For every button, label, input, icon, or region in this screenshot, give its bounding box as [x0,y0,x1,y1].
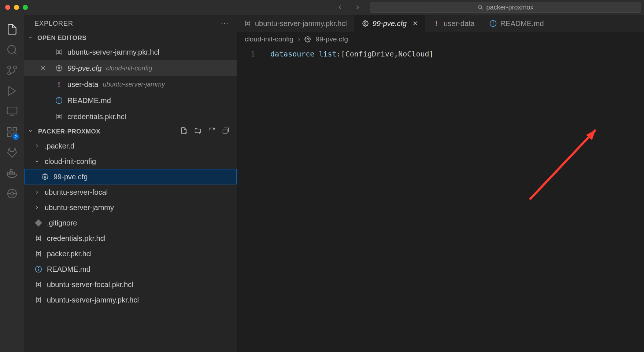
close-icon[interactable]: ✕ [412,19,418,27]
minimize-window-button[interactable] [14,5,19,10]
breadcrumb[interactable]: cloud-init-config › 99-pve.cfg [237,32,644,46]
open-editor-item[interactable]: README.md [24,92,237,109]
svg-rect-11 [8,128,11,131]
file-item[interactable]: credentials.pkr.hcl [24,231,237,246]
search-activity[interactable] [3,40,21,60]
svg-point-6 [14,66,16,69]
hcl-file-icon [244,20,251,27]
extensions-activity[interactable]: 2 [3,122,21,142]
chevron-down-icon [28,34,34,42]
breadcrumb-segment[interactable]: 99-pve.cfg [315,35,348,43]
kubernetes-icon [6,188,18,199]
svg-point-4 [8,66,11,69]
open-editor-item[interactable]: ✕ 99-pve.cfg cloud-init-config [24,60,237,76]
tab-label: user-data [444,19,475,28]
activity-bar: 2 [0,15,24,352]
code-line: datasource_list: [ConfigDrive, NoCloud] [270,48,434,59]
nav-forward-button[interactable] [353,3,362,12]
nav-back-button[interactable] [336,3,344,12]
files-icon [6,23,18,35]
gear-icon [304,36,311,43]
folder-item[interactable]: ubuntu-server-jammy [24,200,237,215]
file-item[interactable]: .gitignore [24,215,237,231]
chevron-right-icon: › [298,35,300,43]
folder-name: ubuntu-server-jammy [45,203,114,212]
search-icon [6,44,18,56]
new-file-button[interactable] [180,127,188,136]
svg-point-0 [478,6,482,9]
editor-area: ubuntu-server-jammy.pkr.hcl 99-pve.cfg ✕… [237,15,644,352]
tab-readme[interactable]: README.md [482,15,551,32]
breadcrumb-segment[interactable]: cloud-init-config [245,35,293,43]
command-search-input[interactable]: packer-proxmox [370,2,641,13]
hcl-file-icon [34,296,42,304]
explorer-more-button[interactable]: ··· [221,19,229,28]
hcl-file-icon [55,113,63,121]
gitlab-icon [6,147,18,158]
file-name: README.md [47,265,90,274]
extensions-badge: 2 [12,133,19,140]
chevron-right-icon [34,203,40,212]
svg-point-28 [59,99,59,99]
file-name: packer.pkr.hcl [47,250,92,258]
svg-rect-18 [10,170,12,172]
file-item[interactable]: ubuntu-server-focal.pkr.hcl [24,277,237,292]
svg-rect-8 [7,107,17,114]
close-window-button[interactable] [5,5,10,10]
new-folder-button[interactable] [194,127,201,136]
chevron-down-icon [28,128,34,135]
tab-ubuntu-jammy-hcl[interactable]: ubuntu-server-jammy.pkr.hcl [237,15,354,32]
maximize-window-button[interactable] [23,5,28,10]
bang-icon: ! [55,80,63,88]
title-bar: packer-proxmox [0,0,644,15]
svg-point-41 [493,22,493,22]
source-control-activity[interactable] [3,60,21,81]
file-item[interactable]: README.md [24,261,237,277]
run-debug-activity[interactable] [3,81,21,101]
diamond-icon [34,219,42,227]
open-editor-item[interactable]: ! user-data ubuntu-server-jammy [24,76,237,92]
kubernetes-activity[interactable] [3,183,21,204]
hcl-file-icon [34,234,42,242]
tab-99-pve-cfg[interactable]: 99-pve.cfg ✕ [354,15,425,32]
project-header[interactable]: PACKER-PROXMOX [24,125,237,138]
open-editor-item[interactable]: ubuntu-server-jammy.pkr.hcl [24,44,237,60]
open-editors-header[interactable]: OPEN EDITORS [24,32,237,44]
close-icon[interactable]: ✕ [40,64,48,72]
remote-activity[interactable] [3,101,21,122]
svg-point-38 [364,23,366,25]
svg-point-34 [44,176,46,178]
file-item[interactable]: 99-pve.cfg [24,169,237,184]
explorer-title: EXPLORER [34,20,73,27]
branch-icon [6,65,18,76]
svg-marker-7 [9,87,16,95]
file-name: README.md [67,96,111,105]
gear-icon [41,173,49,181]
gitlab-activity[interactable] [3,142,21,163]
project-name: PACKER-PROXMOX [38,128,100,135]
tab-label: 99-pve.cfg [373,19,407,28]
tab-label: README.md [500,19,544,28]
file-item[interactable]: ubuntu-server-jammy.pkr.hcl [24,292,237,308]
folder-item[interactable]: ubuntu-server-focal [24,184,237,200]
chevron-right-icon [34,142,40,150]
info-icon [489,20,497,27]
tab-user-data[interactable]: ! user-data [425,15,482,32]
open-editor-item[interactable]: credentials.pkr.hcl [24,109,237,125]
file-item[interactable]: packer.pkr.hcl [24,246,237,261]
search-icon [477,4,483,10]
monitor-icon [6,106,18,117]
collapse-all-button[interactable] [222,127,229,136]
docker-activity[interactable] [3,163,21,183]
folder-item[interactable]: .packer.d [24,138,237,154]
editor-pane[interactable]: 1 datasource_list: [ConfigDrive, NoCloud… [237,46,644,352]
folder-name: ubuntu-server-focal [45,188,108,197]
folder-name: .packer.d [45,142,74,150]
svg-point-20 [11,192,14,195]
hcl-file-icon [34,280,42,289]
folder-item[interactable]: cloud-init-config [24,154,237,169]
tabs-bar: ubuntu-server-jammy.pkr.hcl 99-pve.cfg ✕… [237,15,644,32]
hcl-file-icon [34,250,42,258]
refresh-button[interactable] [208,127,215,136]
explorer-activity[interactable] [3,19,21,40]
